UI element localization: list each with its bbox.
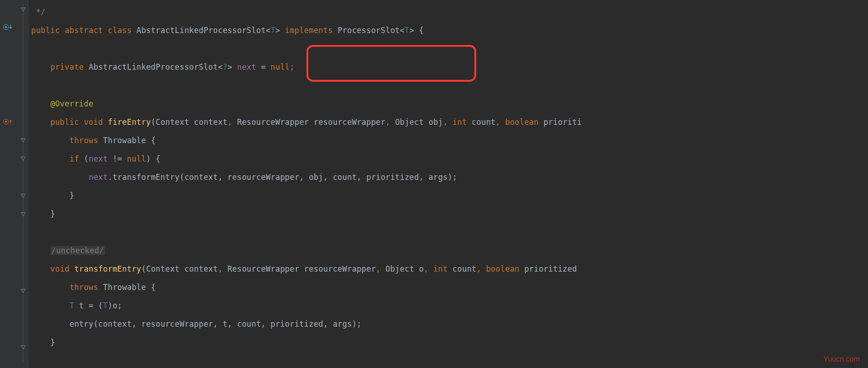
code-line[interactable]: entry(context, resourceWrapper, t, count… xyxy=(28,315,868,333)
code-line[interactable] xyxy=(28,76,868,95)
override-marker-icon[interactable] xyxy=(0,118,28,125)
code-line[interactable]: } xyxy=(28,205,868,223)
fold-region-icon[interactable] xyxy=(20,156,26,162)
fold-region-icon[interactable] xyxy=(20,288,26,294)
fold-guide xyxy=(23,5,23,362)
code-line[interactable]: T t = (T)o; xyxy=(28,296,868,315)
fold-end-icon[interactable] xyxy=(20,344,26,350)
svg-point-3 xyxy=(5,121,7,123)
code-editor[interactable]: */ public abstract class AbstractLinkedP… xyxy=(28,0,868,368)
fold-region-icon[interactable] xyxy=(20,138,26,144)
code-line[interactable]: if (next != null) { xyxy=(28,150,868,168)
code-line[interactable]: @Override xyxy=(28,95,868,113)
annotation-text: @Override xyxy=(31,99,94,108)
fold-end-icon[interactable] xyxy=(20,193,26,199)
code-line[interactable]: throws Throwable { xyxy=(28,278,868,296)
editor-gutter xyxy=(0,0,28,368)
implements-marker-icon[interactable] xyxy=(0,24,28,30)
code-line[interactable]: private AbstractLinkedProcessorSlot<?> n… xyxy=(28,58,868,76)
watermark-text: Yuucn.com xyxy=(823,355,860,363)
fold-end-icon[interactable] xyxy=(20,211,26,217)
code-line[interactable] xyxy=(28,223,868,241)
code-line[interactable]: */ xyxy=(28,3,868,21)
comment-text: */ xyxy=(31,7,45,17)
svg-point-1 xyxy=(5,26,7,28)
code-line[interactable]: public void fireEntry(Context context, R… xyxy=(28,113,868,131)
code-line[interactable]: } xyxy=(28,186,868,205)
code-line[interactable]: /unchecked/ xyxy=(28,241,868,260)
code-line[interactable] xyxy=(28,39,868,58)
code-line[interactable]: throws Throwable { xyxy=(28,131,868,150)
code-line[interactable]: } xyxy=(28,333,868,351)
code-line[interactable]: next.transformEntry(context, resourceWra… xyxy=(28,168,868,186)
folded-comment[interactable]: /unchecked/ xyxy=(50,246,105,255)
code-line[interactable]: public abstract class AbstractLinkedProc… xyxy=(28,21,868,39)
code-line[interactable]: void transformEntry(Context context, Res… xyxy=(28,260,868,278)
fold-collapse-icon[interactable] xyxy=(20,6,26,12)
